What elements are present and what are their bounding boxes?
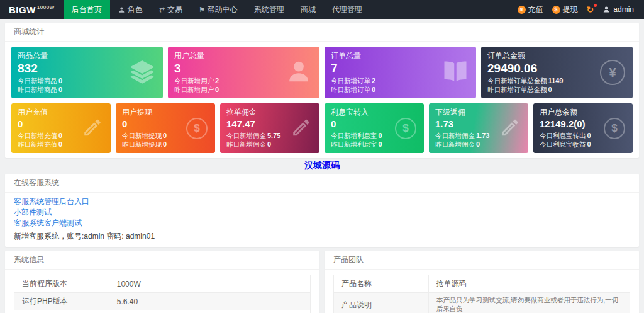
product-team-title: 产品团队 xyxy=(325,251,639,270)
table-row: 当前程序版本1000W xyxy=(14,275,311,293)
service-note: 新增客服系统，账号:admin 密码: admin01 xyxy=(14,231,630,242)
edit-icon xyxy=(499,117,521,140)
stat-card-users: 用户总量 3 今日新增用户2 昨日新增用户0 xyxy=(168,47,319,98)
stat-title: 订单总金额 xyxy=(487,51,626,60)
service-admin-link[interactable]: 客服系统管理后台入口 xyxy=(14,196,630,207)
username-label: admin xyxy=(613,5,634,14)
nav-item-label: 交易 xyxy=(167,4,182,15)
product-team-table: 产品名称抢单源码 产品说明本产品只为学习测试交流,请勿要做商业或者用于违法行为,… xyxy=(333,275,630,313)
top-navbar: BIGW1000W 后台首页 角色 ⇄ 交易 ⚑ 帮助中心 系统管理 商城 代理… xyxy=(0,0,644,19)
stat-card-sub-commission: 下级返佣 1.73 今日新增佣金1.73 昨日新增佣金0 xyxy=(429,103,528,153)
recharge-label: 充值 xyxy=(528,4,543,15)
nav-item-mall[interactable]: 商城 xyxy=(292,0,324,19)
big-stats-row: 商品总量 832 今日新增商品0 昨日新增商品0 用户总量 3 今日新增用户2 … xyxy=(11,47,633,98)
flag-icon: ⚑ xyxy=(199,6,205,14)
nav-item-system[interactable]: 系统管理 xyxy=(246,0,292,19)
yen-circle-icon: ¥ xyxy=(600,60,625,85)
book-icon xyxy=(442,59,469,87)
nav-item-label: 商城 xyxy=(301,4,316,15)
widget-test-link[interactable]: 小部件测试 xyxy=(14,207,630,218)
stat-title: 利息宝转入 xyxy=(331,108,418,117)
nav-item-label: 系统管理 xyxy=(254,4,284,15)
brand-text: BIGW xyxy=(9,4,36,15)
layers-icon xyxy=(129,59,155,87)
nav-item-home[interactable]: 后台首页 xyxy=(64,0,110,19)
stat-card-interest-in: 利息宝转入 0 今日新增利息宝0 昨日新增利息宝0 $ xyxy=(325,103,424,153)
table-row: 产品说明本产品只为学习测试交流,请勿要做商业或者用于违法行为,一切后果自负 xyxy=(334,293,630,313)
brand-version: 1000W xyxy=(37,4,55,10)
brand-logo: BIGW1000W xyxy=(0,0,64,19)
person-icon xyxy=(118,6,125,13)
nav-item-label: 代理管理 xyxy=(332,4,362,15)
small-stats-row: 用户充值 0 今日新增充值0 昨日新增充值0 用户提现 0 今日新增提现0 昨日… xyxy=(11,103,633,153)
nav-item-help[interactable]: ⚑ 帮助中心 xyxy=(191,0,246,19)
stat-card-withdraw: 用户提现 0 今日新增提现0 昨日新增提现0 $ xyxy=(116,103,215,153)
edit-icon xyxy=(82,117,103,140)
watermark-text: 汉城源码 xyxy=(0,160,644,170)
nav-item-trade[interactable]: ⇄ 交易 xyxy=(151,0,191,19)
service-client-test-link[interactable]: 客服系统客户端测试 xyxy=(14,218,630,229)
dollar-circle-icon: $ xyxy=(186,118,208,139)
dollar-circle-icon: $ xyxy=(604,118,625,139)
nav-item-agent[interactable]: 代理管理 xyxy=(324,0,370,19)
stat-card-recharge: 用户充值 0 今日新增充值0 昨日新增充值0 xyxy=(11,103,111,153)
stat-title: 下级返佣 xyxy=(435,108,522,117)
stat-card-order-amount: 订单总金额 29490.06 今日新增订单总金额1149 昨日新增订单总金额0 … xyxy=(481,47,633,98)
shop-stats-title: 商城统计 xyxy=(5,23,639,42)
table-row: 产品名称抢单源码 xyxy=(334,275,630,293)
edit-icon xyxy=(291,117,312,140)
shop-stats-panel: 商城统计 商品总量 832 今日新增商品0 昨日新增商品0 用户总量 3 今日新… xyxy=(5,23,639,158)
withdraw-label: 提现 xyxy=(563,4,578,15)
stat-title: 用户提现 xyxy=(122,108,209,117)
system-info-table: 当前程序版本1000W 运行PHP版本5.6.40 ThinkPHP版本5.1.… xyxy=(14,275,311,313)
system-info-title: 系统信息 xyxy=(5,251,319,270)
nav-item-label: 帮助中心 xyxy=(208,4,238,15)
notification-dot xyxy=(594,4,597,7)
exchange-icon: ⇄ xyxy=(159,6,165,14)
service-title: 在线客服系统 xyxy=(5,174,639,193)
stat-card-orders: 订单总量 7 今日新增订单2 昨日新增订单0 xyxy=(325,47,476,98)
product-team-panel: 产品团队 产品名称抢单源码 产品说明本产品只为学习测试交流,请勿要做商业或者用于… xyxy=(325,251,639,313)
table-row: ThinkPHP版本5.1.38 LTS xyxy=(14,310,311,313)
stat-card-products: 商品总量 832 今日新增商品0 昨日新增商品0 xyxy=(11,47,163,98)
refresh-button[interactable]: ↻ xyxy=(587,5,594,14)
recharge-link[interactable]: ¥ 充值 xyxy=(518,4,543,15)
nav-item-label: 后台首页 xyxy=(72,4,102,15)
stat-title: 用户充值 xyxy=(18,108,104,117)
user-icon xyxy=(602,6,610,13)
stat-title: 抢单佣金 xyxy=(226,108,313,117)
dollar-circle-icon: $ xyxy=(395,118,416,139)
refresh-icon: ↻ xyxy=(587,4,594,14)
stat-card-total-balance: 用户总余额 12149.2(0) 今日利息宝转出0 今日利息宝收益0 $ xyxy=(533,103,633,153)
navbar-right: ¥ 充值 $ 提现 ↻ admin xyxy=(518,0,644,19)
system-info-panel: 系统信息 当前程序版本1000W 运行PHP版本5.6.40 ThinkPHP版… xyxy=(5,251,319,313)
users-icon xyxy=(286,59,312,87)
withdraw-link[interactable]: $ 提现 xyxy=(552,4,578,15)
stat-card-grab-commission: 抢单佣金 147.47 今日新增佣金5.75 昨日新增佣金0 xyxy=(220,103,319,153)
table-row: 运行PHP版本5.6.40 xyxy=(14,293,311,310)
withdraw-coin-icon: $ xyxy=(552,6,560,14)
nav-item-roles[interactable]: 角色 xyxy=(110,0,151,19)
nav-item-label: 角色 xyxy=(128,4,143,15)
user-menu[interactable]: admin xyxy=(602,5,634,14)
stat-title: 用户总余额 xyxy=(540,108,626,117)
main-nav: 后台首页 角色 ⇄ 交易 ⚑ 帮助中心 系统管理 商城 代理管理 xyxy=(64,0,370,19)
recharge-coin-icon: ¥ xyxy=(518,6,526,14)
service-panel: 在线客服系统 客服系统管理后台入口 小部件测试 客服系统客户端测试 新增客服系统… xyxy=(5,174,639,247)
